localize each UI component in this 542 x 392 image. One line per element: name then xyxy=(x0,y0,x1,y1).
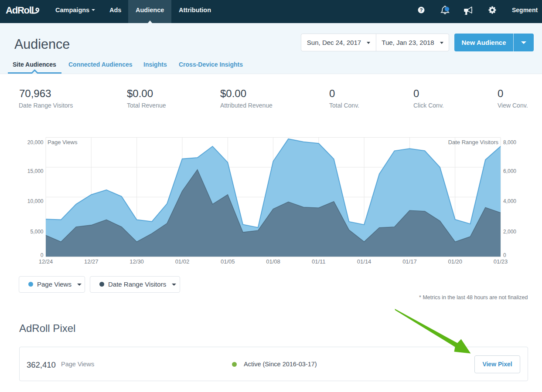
svg-text:4,000: 4,000 xyxy=(503,198,516,204)
svg-text:10,000: 10,000 xyxy=(27,198,44,204)
svg-text:2,000: 2,000 xyxy=(503,229,516,235)
svg-text:Page Views: Page Views xyxy=(48,139,78,145)
svg-text:12/30: 12/30 xyxy=(130,258,144,265)
svg-text:01/02: 01/02 xyxy=(175,258,190,265)
svg-text:?: ? xyxy=(419,7,423,13)
svg-text:0: 0 xyxy=(41,252,44,258)
svg-text:01/11: 01/11 xyxy=(312,258,326,265)
svg-text:01/08: 01/08 xyxy=(266,258,280,265)
svg-text:Date Range Visitors: Date Range Visitors xyxy=(448,139,499,145)
svg-text:01/17: 01/17 xyxy=(402,258,417,265)
svg-text:12/24: 12/24 xyxy=(39,258,53,265)
svg-text:AdRoll: AdRoll xyxy=(6,5,34,16)
svg-text:12/27: 12/27 xyxy=(84,258,99,265)
svg-text:8,000: 8,000 xyxy=(503,139,516,145)
svg-text:01/14: 01/14 xyxy=(357,258,372,265)
svg-text:20,000: 20,000 xyxy=(27,139,44,145)
svg-text:15,000: 15,000 xyxy=(27,168,44,174)
svg-text:01/23: 01/23 xyxy=(494,258,508,265)
svg-text:01/05: 01/05 xyxy=(221,258,235,265)
svg-text:01/20: 01/20 xyxy=(448,258,462,265)
svg-text:5,000: 5,000 xyxy=(30,229,43,235)
svg-text:6,000: 6,000 xyxy=(503,168,516,174)
svg-text:0: 0 xyxy=(503,252,506,258)
